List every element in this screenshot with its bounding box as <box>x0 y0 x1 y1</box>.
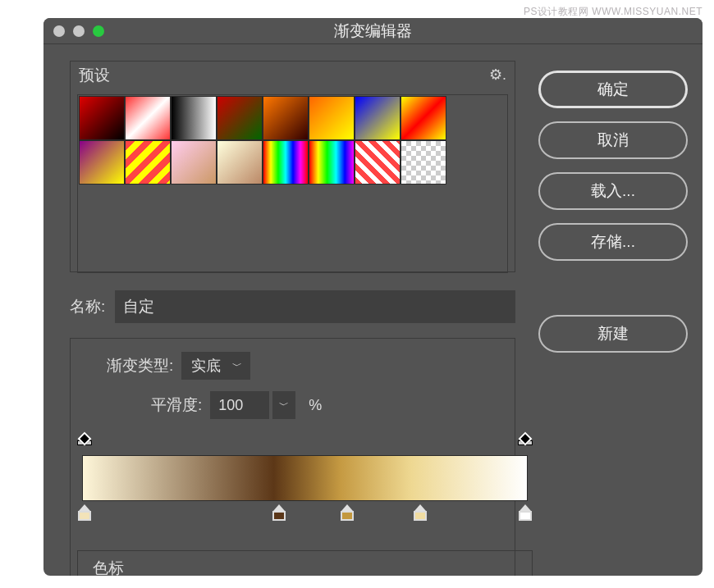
preset-swatch[interactable] <box>217 140 263 185</box>
preset-swatch[interactable] <box>309 96 355 140</box>
presets-label: 预设 <box>79 65 110 86</box>
save-button[interactable]: 存储... <box>538 223 688 261</box>
color-stop[interactable] <box>79 504 90 516</box>
color-stop[interactable] <box>341 504 353 516</box>
preset-swatch[interactable] <box>400 96 446 140</box>
preset-swatch[interactable] <box>79 140 125 185</box>
name-label: 名称: <box>70 296 105 317</box>
preset-swatch[interactable] <box>309 140 355 185</box>
preset-swatch[interactable] <box>79 96 125 140</box>
stops-label: 色标 <box>93 559 124 576</box>
preset-swatch[interactable] <box>171 96 217 140</box>
load-button[interactable]: 载入... <box>538 172 688 210</box>
preset-swatch[interactable] <box>125 96 171 140</box>
gradient-editor-window: 渐变编辑器 预设 ⚙. <box>43 18 703 576</box>
presets-panel: 预设 ⚙. <box>70 61 515 272</box>
cancel-button[interactable]: 取消 <box>538 121 688 159</box>
gradient-type-select[interactable]: 实底 ﹀ <box>181 352 250 380</box>
preset-swatch[interactable] <box>400 140 446 185</box>
name-input[interactable] <box>115 290 515 323</box>
presets-grid <box>77 94 508 273</box>
window-title: 渐变编辑器 <box>43 21 703 42</box>
ok-button[interactable]: 确定 <box>538 71 688 108</box>
gear-icon[interactable]: ⚙. <box>489 66 506 84</box>
gradient-settings-panel: 渐变类型: 实底 ﹀ 平滑度: ﹀ % <box>70 338 515 576</box>
smoothness-unit: % <box>309 397 322 414</box>
preset-swatch[interactable] <box>171 140 217 185</box>
preset-swatch[interactable] <box>263 96 309 140</box>
watermark-text: PS设计教程网 WWW.MISSYUAN.NET <box>524 5 703 19</box>
chevron-down-icon: ﹀ <box>232 359 242 373</box>
color-stop[interactable] <box>519 504 531 516</box>
preset-swatch[interactable] <box>355 140 400 185</box>
color-stop[interactable] <box>273 504 285 516</box>
color-stop[interactable] <box>414 504 426 516</box>
smoothness-label: 平滑度: <box>151 394 202 416</box>
opacity-stop[interactable] <box>519 434 531 445</box>
gradient-bar[interactable] <box>82 455 528 501</box>
gradient-type-label: 渐变类型: <box>107 355 173 376</box>
smoothness-stepper[interactable]: ﹀ <box>272 391 295 419</box>
stops-panel: 色标 <box>77 550 533 576</box>
opacity-stop[interactable] <box>79 434 90 445</box>
chevron-down-icon: ﹀ <box>279 399 289 413</box>
gradient-editor-area <box>77 434 533 540</box>
preset-swatch[interactable] <box>125 140 171 185</box>
preset-swatch[interactable] <box>217 96 263 140</box>
preset-swatch[interactable] <box>263 140 309 185</box>
preset-swatch[interactable] <box>355 96 400 140</box>
new-button[interactable]: 新建 <box>538 315 688 353</box>
smoothness-input[interactable] <box>210 391 269 419</box>
gradient-type-value: 实底 <box>191 356 221 376</box>
titlebar: 渐变编辑器 <box>43 18 703 44</box>
